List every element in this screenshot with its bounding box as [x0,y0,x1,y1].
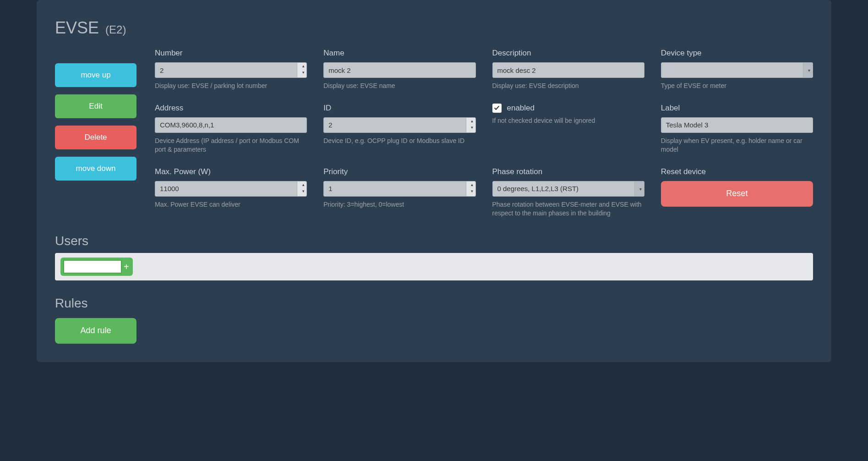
add-rule-button[interactable]: Add rule [55,318,136,344]
number-input[interactable] [155,62,307,78]
field-enabled: enabled If not checked device will be ig… [492,104,644,154]
field-label: Label [661,104,813,113]
enabled-checkbox[interactable] [492,104,502,113]
field-number: Number ▲▼ Display use: EVSE / parking lo… [155,49,307,91]
field-device-type: Device type ▾ Type of EVSE or meter [661,49,813,91]
priority-input[interactable] [323,181,475,197]
field-hint: Display use: EVSE / parking lot number [155,82,307,91]
user-add-widget: + [60,258,133,276]
users-bar: + [55,253,813,280]
address-input[interactable] [155,117,307,133]
title-sub: (E2) [105,23,126,36]
add-user-button[interactable]: + [123,262,130,271]
device-type-select[interactable] [661,62,813,78]
field-reset-device: Reset device Reset [661,167,813,218]
reset-button[interactable]: Reset [661,181,813,207]
field-label-f: Label Display when EV present, e.g. hold… [661,104,813,154]
check-icon [494,105,500,111]
move-down-button[interactable]: move down [55,157,136,181]
field-label: Name [323,49,475,58]
field-label: Address [155,104,307,113]
field-hint: Type of EVSE or meter [661,82,813,91]
label-input[interactable] [661,117,813,133]
field-hint: Display when EV present, e.g. holder nam… [661,137,813,154]
field-description: Description Display use: EVSE descriptio… [492,49,644,91]
field-label: Number [155,49,307,58]
id-input[interactable] [323,117,475,133]
field-label: Phase rotation [492,167,644,176]
field-hint: Max. Power EVSE can deliver [155,200,307,209]
field-hint: Display use: EVSE description [492,82,644,91]
field-label: Description [492,49,644,58]
rules-title: Rules [55,296,813,311]
field-max-power: Max. Power (W) ▲▼ Max. Power EVSE can de… [155,167,307,218]
enabled-label: enabled [507,104,535,113]
phase-rotation-select[interactable] [492,181,644,197]
fields-grid: Number ▲▼ Display use: EVSE / parking lo… [155,49,813,218]
title-main: EVSE [55,18,99,38]
field-label: Reset device [661,167,813,176]
field-address: Address Device Address (IP address / por… [155,104,307,154]
users-title: Users [55,234,813,248]
move-up-button[interactable]: move up [55,63,136,87]
description-input[interactable] [492,62,644,78]
field-label: Priority [323,167,475,176]
field-phase-rotation: Phase rotation ▾ Phase rotation between … [492,167,644,218]
edit-button[interactable]: Edit [55,94,136,118]
field-hint: Device ID, e.g. OCPP plug ID or Modbus s… [323,137,475,146]
field-name: Name Display use: EVSE name [323,49,475,91]
actions-column: move up Edit Delete move down [55,49,136,218]
evse-card: EVSE (E2) move up Edit Delete move down … [37,0,831,362]
field-hint: Display use: EVSE name [323,82,475,91]
field-hint: If not checked device will be ignored [492,116,644,126]
max-power-input[interactable] [155,181,307,197]
field-priority: Priority ▲▼ Priority: 3=highest, 0=lowes… [323,167,475,218]
delete-button[interactable]: Delete [55,126,136,149]
user-add-input[interactable] [63,260,122,274]
name-input[interactable] [323,62,475,78]
field-label: Device type [661,49,813,58]
field-label: ID [323,104,475,113]
field-id: ID ▲▼ Device ID, e.g. OCPP plug ID or Mo… [323,104,475,154]
card-title: EVSE (E2) [55,18,813,38]
field-hint: Phase rotation between EVSE-meter and EV… [492,200,644,218]
field-label: Max. Power (W) [155,167,307,176]
field-hint: Device Address (IP address / port or Mod… [155,137,307,154]
field-hint: Priority: 3=highest, 0=lowest [323,200,475,209]
